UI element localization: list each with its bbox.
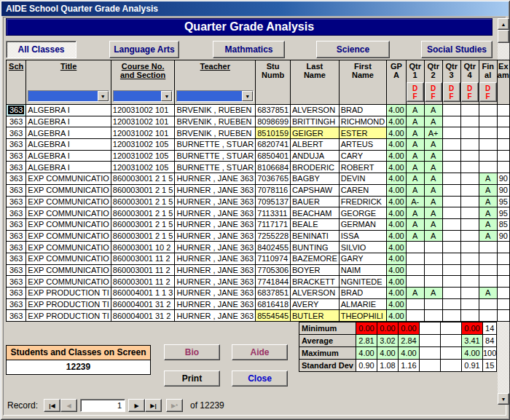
cell-gpa[interactable]: 4.00 xyxy=(387,242,406,253)
cell-first[interactable]: GEORGE xyxy=(339,207,387,219)
cell-sch[interactable]: 363 xyxy=(7,150,26,162)
cell-q3[interactable] xyxy=(442,276,460,288)
cell-course[interactable]: 860004001 31 2 xyxy=(111,298,175,310)
cell-exam[interactable] xyxy=(497,162,509,173)
cell-q2[interactable]: A xyxy=(424,184,442,196)
aide-button[interactable]: Aide xyxy=(232,344,288,360)
cell-q4[interactable] xyxy=(460,105,479,116)
cell-first[interactable]: GERMAN xyxy=(339,218,387,230)
cell-sch[interactable]: 363 xyxy=(7,230,26,242)
cell-fin[interactable] xyxy=(479,276,497,288)
cell-exam[interactable] xyxy=(497,276,509,288)
cell-title[interactable]: ALGEBRA I xyxy=(26,150,111,162)
cell-teacher[interactable]: BRVENIK , RUEBEN xyxy=(175,127,256,139)
cell-fin[interactable] xyxy=(479,253,497,264)
cell-gpa[interactable]: 4.00 xyxy=(387,184,406,196)
cell-course[interactable]: 860003001 2 1 5 xyxy=(111,207,175,219)
cell-exam[interactable]: 95 xyxy=(497,207,509,219)
cell-q3[interactable] xyxy=(442,207,460,219)
cell-title[interactable]: EXP PRODUCTION TI xyxy=(26,288,111,299)
cell-sch[interactable]: 363 xyxy=(7,162,26,173)
cell-last[interactable]: BRITTINGH xyxy=(291,116,340,127)
cell-fin[interactable] xyxy=(479,116,497,127)
cell-first[interactable]: BRAD xyxy=(339,288,387,299)
cell-q2[interactable] xyxy=(424,264,442,276)
scrollbar-up-icon[interactable]: ▲ xyxy=(498,18,509,30)
cell-sch[interactable]: 363 xyxy=(7,173,26,185)
cell-q2[interactable] xyxy=(424,253,442,264)
cell-title[interactable]: EXP COMMUNICATIO xyxy=(26,173,111,185)
cell-teacher[interactable]: HURNER , JANE 363 xyxy=(175,276,256,288)
cell-q1[interactable] xyxy=(406,253,424,264)
cell-fin[interactable] xyxy=(479,127,497,139)
cell-stu[interactable]: 6837851 xyxy=(256,288,291,299)
cell-stu[interactable]: 7036765 xyxy=(256,173,291,185)
cell-gpa[interactable]: 4.00 xyxy=(387,116,406,127)
cell-exam[interactable]: 85 xyxy=(497,218,509,230)
cell-q1[interactable] xyxy=(406,264,424,276)
cell-fin[interactable] xyxy=(479,139,497,151)
cell-q3[interactable] xyxy=(442,139,460,151)
record-next-button[interactable]: ▶ xyxy=(128,399,145,412)
cell-last[interactable]: BAZEMORE xyxy=(291,253,340,264)
cell-gpa[interactable]: 4.00 xyxy=(387,139,406,151)
cell-fin[interactable] xyxy=(479,298,497,310)
cell-title[interactable]: EXP PRODUCTION TI xyxy=(26,310,111,322)
cell-first[interactable]: GARY xyxy=(339,253,387,264)
cell-q3[interactable] xyxy=(442,116,460,127)
filter-combo-title[interactable]: ▼ xyxy=(28,90,109,102)
scrollbar-thumb[interactable] xyxy=(498,30,509,43)
cell-teacher[interactable]: HURNER , JANE 363 xyxy=(175,310,256,322)
cell-last[interactable]: CAPSHAW xyxy=(291,184,340,196)
cell-last[interactable]: ANDUJA xyxy=(291,150,340,162)
cell-q4[interactable] xyxy=(460,298,479,310)
cell-q4[interactable] xyxy=(460,288,479,299)
cell-stu[interactable]: 8098699 xyxy=(256,116,291,127)
cell-q4[interactable] xyxy=(460,242,479,253)
cell-first[interactable]: NAIM xyxy=(339,264,387,276)
cell-fin[interactable]: A xyxy=(479,207,497,219)
cell-sch[interactable]: 363 xyxy=(7,116,26,127)
cell-title[interactable]: EXP COMMUNICATIO xyxy=(26,218,111,230)
cell-q4[interactable] xyxy=(460,253,479,264)
cell-last[interactable]: ALBERT xyxy=(291,139,340,151)
cell-last[interactable]: BAUER xyxy=(291,196,340,207)
cell-q2[interactable]: A xyxy=(424,288,442,299)
cell-teacher[interactable]: BRVENIK , RUEBEN xyxy=(175,116,256,127)
cell-q3[interactable] xyxy=(442,253,460,264)
cell-gpa[interactable]: 4.00 xyxy=(387,127,406,139)
column-header-title[interactable]: Title▼ xyxy=(26,60,111,105)
cell-q2[interactable]: A xyxy=(424,162,442,173)
cell-q3[interactable] xyxy=(442,173,460,185)
cell-q3[interactable] xyxy=(442,162,460,173)
cell-title[interactable]: EXP COMMUNICATIO xyxy=(26,196,111,207)
cell-q1[interactable] xyxy=(406,310,424,322)
cell-q2[interactable]: A xyxy=(424,105,442,116)
cell-stu[interactable]: 8510159 xyxy=(256,127,291,139)
cell-first[interactable]: THEOPHILI xyxy=(339,310,387,322)
cell-sch[interactable]: 363 xyxy=(7,276,26,288)
cell-fin[interactable] xyxy=(479,150,497,162)
cell-stu[interactable]: 7117171 xyxy=(256,218,291,230)
cell-exam[interactable] xyxy=(497,288,509,299)
cell-first[interactable]: RICHMOND xyxy=(339,116,387,127)
cell-q2[interactable]: A xyxy=(424,196,442,207)
combo-dropdown-icon[interactable]: ▼ xyxy=(98,91,109,101)
cell-gpa[interactable]: 4.00 xyxy=(387,276,406,288)
cell-q4[interactable] xyxy=(460,127,479,139)
cell-stu[interactable]: 7113311 xyxy=(256,207,291,219)
cell-q1[interactable]: A xyxy=(406,105,424,116)
cell-last[interactable]: BOYER xyxy=(291,264,340,276)
combo-dropdown-icon[interactable]: ▼ xyxy=(161,91,172,101)
cell-course[interactable]: 120031002 101 xyxy=(111,127,175,139)
cell-course[interactable]: 860003001 11 2 xyxy=(111,253,175,264)
cell-teacher[interactable]: HURNER , JANE 363 xyxy=(175,207,256,219)
cell-stu[interactable]: 8402455 xyxy=(256,242,291,253)
df-filter-button-fin[interactable]: DF xyxy=(479,82,497,102)
cell-course[interactable]: 860003001 2 1 5 xyxy=(111,173,175,185)
cell-exam[interactable]: 90 xyxy=(497,173,509,185)
cell-q1[interactable]: A xyxy=(406,184,424,196)
cell-sch[interactable]: 363 xyxy=(7,253,26,264)
cell-fin[interactable] xyxy=(479,264,497,276)
cell-last[interactable]: GEIGER xyxy=(291,127,340,139)
